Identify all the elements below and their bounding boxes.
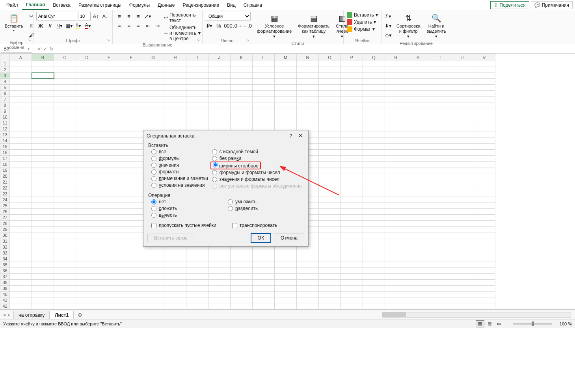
cell-K40[interactable]: [231, 292, 253, 297]
menu-data[interactable]: Данные: [154, 1, 179, 9]
row-header-7[interactable]: 7: [0, 97, 10, 102]
fill-button[interactable]: ⬇▾: [384, 21, 393, 30]
align-middle[interactable]: ≡: [125, 12, 133, 20]
cell-Q15[interactable]: [363, 144, 385, 150]
cell-P41[interactable]: [341, 297, 363, 303]
column-header-C[interactable]: C: [54, 54, 76, 61]
menu-view[interactable]: Вид: [223, 1, 240, 9]
cell-V24[interactable]: [473, 197, 495, 203]
cell-F42[interactable]: [120, 303, 142, 309]
cell-U37[interactable]: [451, 274, 473, 280]
cell-U14[interactable]: [451, 138, 473, 144]
cell-A28[interactable]: [10, 221, 32, 227]
row-header-12[interactable]: 12: [0, 126, 10, 132]
cell-I8[interactable]: [186, 102, 208, 108]
autosum-button[interactable]: Σ▾: [384, 12, 393, 20]
cell-C1[interactable]: [54, 61, 76, 67]
row-header-36[interactable]: 36: [0, 268, 10, 274]
cell-P7[interactable]: [341, 97, 363, 102]
cell-V38[interactable]: [473, 280, 495, 286]
cell-O1[interactable]: [319, 61, 341, 67]
cell-K10[interactable]: [231, 114, 253, 120]
format-cells-button[interactable]: Формат▾: [346, 26, 376, 32]
cell-Q35[interactable]: [363, 262, 385, 268]
cell-U23[interactable]: [451, 191, 473, 197]
cell-S40[interactable]: [407, 292, 429, 297]
cell-R42[interactable]: [385, 303, 407, 309]
sheet-nav-first[interactable]: ◂: [2, 312, 6, 318]
cell-A21[interactable]: [10, 179, 32, 185]
cell-U16[interactable]: [451, 150, 473, 156]
cell-O39[interactable]: [319, 286, 341, 292]
cell-J6[interactable]: [208, 91, 231, 97]
cell-V14[interactable]: [473, 138, 495, 144]
cell-M7[interactable]: [275, 97, 297, 102]
cell-H40[interactable]: [164, 292, 186, 297]
cell-V22[interactable]: [473, 185, 495, 191]
cell-A35[interactable]: [10, 262, 32, 268]
cell-S9[interactable]: [407, 108, 429, 114]
cell-N5[interactable]: [297, 85, 319, 91]
cell-F24[interactable]: [120, 197, 142, 203]
cell-U8[interactable]: [451, 102, 473, 108]
cell-S8[interactable]: [407, 102, 429, 108]
cell-O36[interactable]: [319, 268, 341, 274]
cell-O16[interactable]: [319, 150, 341, 156]
cell-O10[interactable]: [319, 114, 341, 120]
column-header-T[interactable]: T: [429, 54, 451, 61]
cell-Q16[interactable]: [363, 150, 385, 156]
radio-noborder[interactable]: без рамки: [212, 156, 302, 161]
cell-E36[interactable]: [98, 268, 120, 274]
cell-R25[interactable]: [385, 203, 407, 209]
row-header-22[interactable]: 22: [0, 185, 10, 191]
align-right[interactable]: ≡: [134, 21, 143, 30]
cell-D4[interactable]: [76, 79, 98, 85]
radio-formnum[interactable]: формулы и форматы чисел: [212, 170, 302, 175]
cell-D33[interactable]: [76, 250, 98, 256]
column-header-L[interactable]: L: [253, 54, 275, 61]
cell-P17[interactable]: [341, 156, 363, 162]
cell-T25[interactable]: [429, 203, 451, 209]
cell-A34[interactable]: [10, 256, 32, 262]
cell-C27[interactable]: [54, 215, 76, 221]
cell-O21[interactable]: [319, 179, 341, 185]
cell-V9[interactable]: [473, 108, 495, 114]
cell-P26[interactable]: [341, 209, 363, 215]
cell-J1[interactable]: [208, 61, 231, 67]
cell-U15[interactable]: [451, 144, 473, 150]
column-header-D[interactable]: D: [76, 54, 98, 61]
cell-O4[interactable]: [319, 79, 341, 85]
cell-V13[interactable]: [473, 132, 495, 138]
cell-V36[interactable]: [473, 268, 495, 274]
cell-L9[interactable]: [253, 108, 275, 114]
cell-F27[interactable]: [120, 215, 142, 221]
cell-A2[interactable]: [10, 67, 32, 73]
merge-center-button[interactable]: ⇿Объединить и поместить в центре▾: [163, 24, 201, 42]
cell-D37[interactable]: [76, 274, 98, 280]
cell-G37[interactable]: [142, 274, 164, 280]
cell-S33[interactable]: [407, 250, 429, 256]
cell-Q25[interactable]: [363, 203, 385, 209]
cell-D38[interactable]: [76, 280, 98, 286]
cell-B36[interactable]: [32, 268, 54, 274]
cell-G3[interactable]: [142, 73, 164, 79]
cell-B33[interactable]: [32, 250, 54, 256]
cell-D40[interactable]: [76, 292, 98, 297]
cell-E35[interactable]: [98, 262, 120, 268]
cell-K38[interactable]: [231, 280, 253, 286]
cell-I11[interactable]: [186, 120, 208, 126]
number-format-combo[interactable]: Общий: [205, 12, 251, 20]
cell-R1[interactable]: [385, 61, 407, 67]
cell-P14[interactable]: [341, 138, 363, 144]
decrease-font-button[interactable]: A↓: [101, 12, 110, 20]
cell-B21[interactable]: [32, 179, 54, 185]
cell-C32[interactable]: [54, 244, 76, 250]
add-sheet-button[interactable]: ⊕: [74, 312, 86, 318]
cell-I4[interactable]: [186, 79, 208, 85]
cell-Q21[interactable]: [363, 179, 385, 185]
cell-C26[interactable]: [54, 209, 76, 215]
cell-H2[interactable]: [164, 67, 186, 73]
cell-F2[interactable]: [120, 67, 142, 73]
cell-F8[interactable]: [120, 102, 142, 108]
cell-M8[interactable]: [275, 102, 297, 108]
